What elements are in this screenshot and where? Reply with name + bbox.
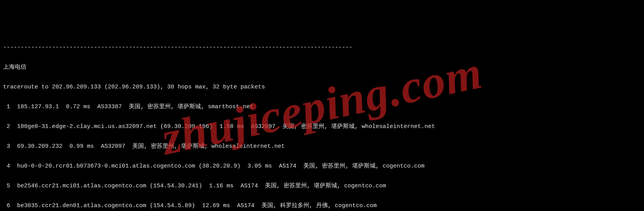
- hop-line: 4 hu0-0-0-20.rcr01.b073673-0.mci01.atlas…: [3, 161, 641, 171]
- traceroute-header: traceroute to 202.96.209.133 (202.96.209…: [3, 82, 641, 92]
- hop-line: 3 69.30.209.232 0.99 ms AS32097 美国, 密苏里州…: [3, 142, 641, 152]
- hop-line: 6 be3035.ccr21.den01.atlas.cogentco.com …: [3, 201, 641, 211]
- separator-line: ----------------------------------------…: [3, 43, 641, 53]
- hop-line: 5 be2546.ccr21.mci01.atlas.cogentco.com …: [3, 181, 641, 191]
- hop-line: 1 185.127.93.1 0.72 ms AS33387 美国, 密苏里州,…: [3, 102, 641, 112]
- hop-line: 2 100ge0-31.edge-2.clay.mci.us.as32097.n…: [3, 122, 641, 132]
- traceroute-title: 上海电信: [3, 62, 641, 73]
